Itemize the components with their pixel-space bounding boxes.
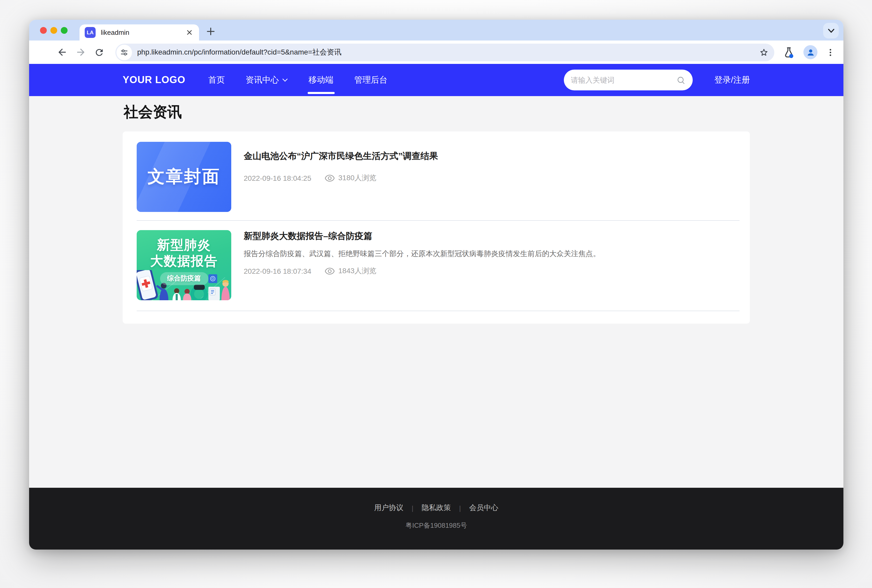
site-info-icon[interactable] bbox=[116, 44, 132, 60]
thumbnail-title-line: 新型肺炎 bbox=[157, 237, 211, 253]
footer-link-user-agreement[interactable]: 用户协议 bbox=[374, 503, 403, 513]
browser-window: LA likeadmin bbox=[29, 20, 843, 549]
tab-close-icon[interactable] bbox=[185, 28, 194, 37]
page-title: 社会资讯 bbox=[124, 102, 750, 122]
article-date: 2022-09-16 18:04:25 bbox=[244, 174, 311, 182]
article-date: 2022-09-16 18:07:34 bbox=[244, 267, 311, 275]
nav-item-admin[interactable]: 管理后台 bbox=[353, 69, 389, 91]
search-box bbox=[564, 70, 692, 90]
browser-tab[interactable]: LA likeadmin bbox=[80, 24, 199, 40]
person-icon bbox=[806, 48, 815, 57]
views-count: 3180人浏览 bbox=[338, 174, 376, 183]
zoom-window-button[interactable] bbox=[61, 27, 68, 34]
site-footer: 用户协议 | 隐私政策 | 会员中心 粤ICP备19081985号 bbox=[29, 488, 843, 549]
forward-icon bbox=[75, 47, 86, 58]
icp-number: 粤ICP备19081985号 bbox=[405, 521, 467, 530]
back-icon bbox=[56, 47, 67, 58]
back-button[interactable] bbox=[55, 45, 69, 59]
article-title[interactable]: 金山电池公布“沪广深市民绿色生活方式”调查结果 bbox=[244, 150, 740, 162]
chevron-down-icon bbox=[828, 28, 834, 33]
site-logo[interactable]: YOUR LOGO bbox=[123, 74, 185, 86]
article-thumbnail[interactable]: 新型肺炎 大数据报告 综合防疫篇 bbox=[137, 230, 231, 300]
nav-item-home[interactable]: 首页 bbox=[207, 69, 226, 91]
article-description: 报告分综合防疫篇、武汉篇、拒绝野味篇三个部分，还原本次新型冠状病毒肺炎疫情发生前… bbox=[244, 248, 740, 259]
footer-link-member-center[interactable]: 会员中心 bbox=[469, 503, 498, 513]
profile-avatar[interactable] bbox=[803, 45, 818, 59]
article-thumbnail[interactable]: 文章封面 bbox=[137, 142, 231, 212]
footer-links: 用户协议 | 隐私政策 | 会员中心 bbox=[374, 503, 498, 513]
search-input[interactable] bbox=[571, 76, 676, 84]
tab-title: likeadmin bbox=[101, 28, 185, 36]
forward-button[interactable] bbox=[74, 45, 87, 59]
minimize-window-button[interactable] bbox=[50, 27, 57, 34]
page-body: 社会资讯 文章封面 金山电池公布“沪广深市民绿色生活方式”调查结果 2022-0… bbox=[29, 96, 843, 488]
nav-item-mobile[interactable]: 移动端 bbox=[308, 69, 335, 91]
footer-separator: | bbox=[411, 504, 413, 512]
url-bar[interactable]: php.likeadmin.cn/pc/information/default?… bbox=[116, 44, 774, 61]
thumbnail-title-line: 大数据报告 bbox=[150, 253, 218, 268]
browser-menu-icon[interactable] bbox=[826, 48, 835, 57]
tab-strip: LA likeadmin bbox=[29, 20, 843, 40]
article-title[interactable]: 新型肺炎大数据报告–综合防疫篇 bbox=[244, 230, 740, 242]
bookmark-star-icon[interactable] bbox=[759, 47, 769, 57]
footer-separator: | bbox=[459, 504, 461, 512]
close-window-button[interactable] bbox=[40, 27, 47, 34]
site-navbar: YOUR LOGO 首页 资讯中心 移动端 管理后台 bbox=[29, 64, 843, 96]
article-list-card: 文章封面 金山电池公布“沪广深市民绿色生活方式”调查结果 2022-09-16 … bbox=[123, 131, 750, 324]
eye-icon bbox=[325, 174, 335, 182]
url-text[interactable]: php.likeadmin.cn/pc/information/default?… bbox=[137, 48, 759, 57]
tab-favicon: LA bbox=[85, 27, 96, 38]
window-controls bbox=[40, 27, 68, 34]
new-tab-button[interactable] bbox=[204, 25, 217, 38]
article-item[interactable]: 文章封面 金山电池公布“沪广深市民绿色生活方式”调查结果 2022-09-16 … bbox=[137, 142, 740, 221]
login-register-link[interactable]: 登录/注册 bbox=[714, 75, 750, 86]
toolbar-right-icons bbox=[783, 45, 835, 59]
nav-item-news-center[interactable]: 资讯中心 bbox=[245, 69, 289, 91]
browser-toolbar: php.likeadmin.cn/pc/information/default?… bbox=[29, 40, 843, 64]
nav-items: 首页 资讯中心 移动端 管理后台 bbox=[207, 69, 389, 91]
article-item[interactable]: 新型肺炎 大数据报告 综合防疫篇 bbox=[137, 230, 740, 311]
tab-search-button[interactable] bbox=[823, 23, 839, 39]
thumbnail-cover-text: 文章封面 bbox=[148, 165, 220, 189]
chevron-down-icon bbox=[282, 78, 288, 82]
reload-icon bbox=[94, 47, 105, 57]
eye-icon bbox=[325, 267, 335, 275]
screenshot-stage: LA likeadmin bbox=[0, 0, 872, 588]
search-icon[interactable] bbox=[676, 76, 685, 84]
experiments-flask-icon[interactable] bbox=[783, 46, 795, 58]
thumbnail-badge: 综合防疫篇 bbox=[160, 272, 208, 285]
reload-button[interactable] bbox=[93, 45, 106, 59]
views-count: 1843人浏览 bbox=[338, 267, 376, 276]
footer-link-privacy-policy[interactable]: 隐私政策 bbox=[422, 503, 451, 513]
